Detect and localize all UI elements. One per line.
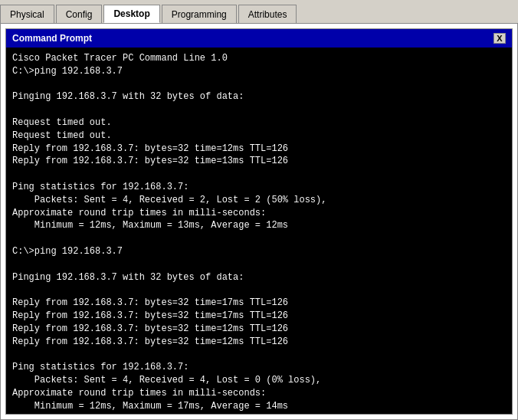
cmd-body[interactable]: Cisco Packet Tracer PC Command Line 1.0 … xyxy=(6,48,512,414)
cmd-title-bar: Command Prompt X xyxy=(6,29,512,48)
cmd-window-title: Command Prompt xyxy=(12,33,92,44)
cmd-close-button[interactable]: X xyxy=(493,33,506,44)
main-area: Command Prompt X Cisco Packet Tracer PC … xyxy=(0,23,518,420)
tab-desktop[interactable]: Desktop xyxy=(103,5,159,23)
tab-config[interactable]: Config xyxy=(56,5,103,23)
tab-physical[interactable]: Physical xyxy=(0,5,54,23)
cmd-window: Command Prompt X Cisco Packet Tracer PC … xyxy=(5,28,513,415)
tab-programming[interactable]: Programming xyxy=(162,5,237,23)
tab-bar: PhysicalConfigDesktopProgrammingAttribut… xyxy=(0,0,518,23)
tab-attributes[interactable]: Attributes xyxy=(238,5,297,23)
